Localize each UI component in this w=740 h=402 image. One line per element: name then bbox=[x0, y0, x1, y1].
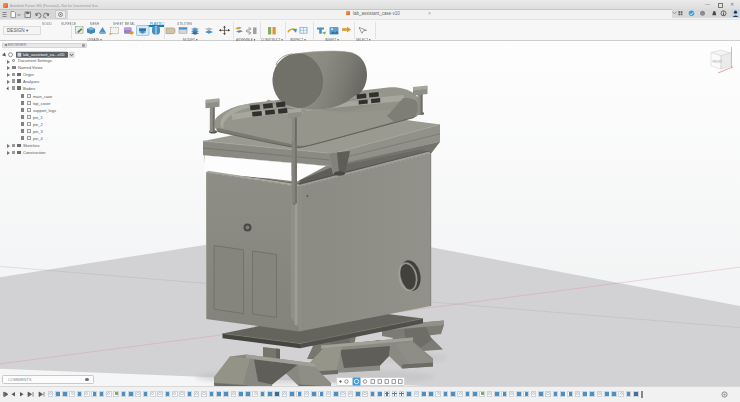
svg-text:lab_assistant_ca...v10: lab_assistant_ca...v10 bbox=[23, 52, 65, 57]
svg-text:FRONT: FRONT bbox=[713, 60, 723, 64]
